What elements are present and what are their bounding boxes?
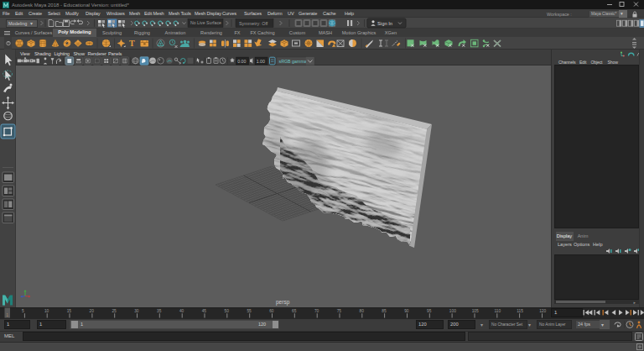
svg-text:85: 85 xyxy=(382,309,387,313)
svg-text:75: 75 xyxy=(337,309,342,313)
svg-text:Sign In: Sign In xyxy=(377,21,392,26)
svg-text:110: 110 xyxy=(495,309,501,313)
svg-text:65: 65 xyxy=(292,309,297,313)
svg-text:30: 30 xyxy=(134,309,139,313)
svg-text:120: 120 xyxy=(539,309,546,313)
svg-text:35: 35 xyxy=(157,309,162,313)
svg-text:No Live Surface: No Live Surface xyxy=(190,20,221,25)
svg-text:sRGB gamma: sRGB gamma xyxy=(279,59,307,64)
svg-text:50: 50 xyxy=(225,309,230,313)
svg-text:90: 90 xyxy=(404,309,409,313)
svg-text:20: 20 xyxy=(90,309,95,313)
svg-text:55: 55 xyxy=(247,309,252,313)
svg-text:25: 25 xyxy=(112,309,117,313)
svg-text:1: 1 xyxy=(6,313,8,317)
svg-text:60: 60 xyxy=(269,309,274,313)
svg-text:80: 80 xyxy=(360,309,365,313)
svg-text:10: 10 xyxy=(44,309,49,313)
svg-text:95: 95 xyxy=(427,309,432,313)
svg-text:70: 70 xyxy=(314,309,319,313)
svg-text:5: 5 xyxy=(22,309,24,313)
svg-text:105: 105 xyxy=(472,309,479,313)
svg-text:115: 115 xyxy=(517,309,523,313)
svg-text:T: T xyxy=(129,39,135,48)
svg-text:100: 100 xyxy=(449,309,456,313)
svg-text:40: 40 xyxy=(179,309,184,313)
svg-text:0.00: 0.00 xyxy=(237,59,246,64)
svg-text:15: 15 xyxy=(67,309,72,313)
svg-text:Symmetry: Off: Symmetry: Off xyxy=(239,21,268,26)
svg-text:45: 45 xyxy=(202,309,207,313)
svg-text:1.00: 1.00 xyxy=(257,59,265,64)
